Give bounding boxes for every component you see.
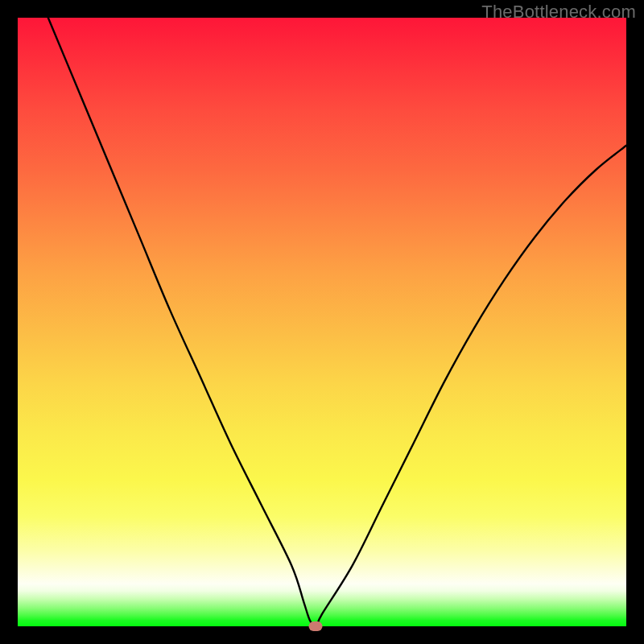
bottleneck-curve <box>48 18 626 626</box>
plot-area <box>18 18 626 626</box>
watermark-text: TheBottleneck.com <box>481 2 636 23</box>
curve-svg <box>18 18 626 626</box>
minimum-marker <box>309 621 323 631</box>
chart-container: TheBottleneck.com <box>0 0 644 644</box>
